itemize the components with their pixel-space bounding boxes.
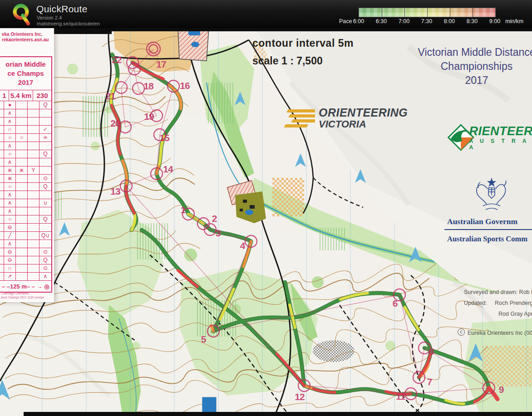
control-desc-row: ж⊙ bbox=[0, 175, 51, 183]
control-desc-cell bbox=[28, 175, 39, 183]
control-desc-row: ∩⊙ bbox=[0, 264, 51, 273]
control-desc-cell bbox=[28, 150, 39, 158]
control-desc-cell: ↗ bbox=[4, 273, 16, 281]
control-desc-cell bbox=[0, 191, 4, 199]
control-desc-cell bbox=[0, 150, 4, 158]
pace-tick: 9:00 bbox=[489, 18, 500, 24]
control-number-7: 7 bbox=[427, 377, 432, 387]
control-desc-cell bbox=[28, 224, 39, 232]
control-number-11: 11 bbox=[396, 391, 405, 402]
control-desc-cell bbox=[28, 183, 39, 191]
control-desc-cell bbox=[39, 117, 51, 126]
control-desc-cell: ∧ bbox=[4, 207, 16, 215]
pace-tick: 6:30 bbox=[376, 18, 387, 24]
control-desc-cell: ∧ bbox=[4, 109, 16, 117]
control-desc-cell: ⊙ bbox=[39, 264, 51, 273]
control-desc-cell: ∧ bbox=[39, 273, 51, 281]
app-title: QuickRoute bbox=[36, 4, 88, 15]
control-desc-row: ⊖ bbox=[0, 224, 51, 232]
title-bar: QuickRoute Version 2.4 matstroeng.se/qui… bbox=[0, 0, 532, 28]
control-desc-cell bbox=[28, 240, 39, 248]
control-desc-row: ○Q bbox=[0, 150, 51, 158]
control-desc-cell: ∧ bbox=[4, 117, 16, 126]
control-number-17: 17 bbox=[156, 59, 166, 70]
control-desc-cell: ∧ bbox=[4, 142, 16, 150]
control-desc-cell: Q bbox=[39, 101, 51, 109]
sheet-org-line1: eka Orienteers Inc. bbox=[2, 32, 54, 37]
control-desc-cell bbox=[16, 199, 28, 207]
control-number-19: 19 bbox=[144, 111, 153, 122]
control-desc-cell bbox=[16, 273, 28, 281]
control-number-18: 18 bbox=[143, 81, 153, 92]
course-number: 1 bbox=[0, 90, 9, 101]
credit-surveyed: Surveyed and drawn: Rob Plowright 19 bbox=[464, 287, 532, 298]
control-desc-cell bbox=[39, 240, 51, 248]
control-desc-cell: Q bbox=[39, 150, 51, 158]
control-desc-cell: ж bbox=[16, 166, 28, 175]
control-desc-cell bbox=[39, 158, 51, 166]
coat-of-arms-icon bbox=[472, 178, 511, 213]
control-desc-cell bbox=[16, 256, 28, 264]
pace-axis: Pace 6:00 6:30 7:00 7:30 8:00 8:30 9:00 … bbox=[0, 18, 532, 25]
control-desc-cell bbox=[28, 142, 39, 150]
control-number-21: 21 bbox=[105, 91, 115, 102]
control-desc-cell: Q∪ bbox=[39, 232, 51, 240]
control-desc-cell: ⊙ bbox=[39, 175, 51, 183]
control-desc-cell: ○ bbox=[4, 134, 16, 142]
control-desc-cell bbox=[0, 264, 4, 273]
control-desc-cell: ∧ bbox=[4, 158, 16, 166]
map-credits: Surveyed and drawn: Rob Plowright 19 Upd… bbox=[464, 287, 532, 308]
control-desc-cell bbox=[0, 199, 4, 207]
control-desc-row: ⊖Q bbox=[0, 256, 51, 264]
control-desc-cell bbox=[16, 191, 28, 199]
control-desc-cell bbox=[16, 142, 28, 150]
control-desc-row: жжY bbox=[0, 166, 51, 175]
control-desc-cell bbox=[28, 158, 39, 166]
control-desc-cell bbox=[39, 142, 51, 150]
control-desc-row: ∧ bbox=[0, 158, 51, 166]
control-desc-cell: ∧ bbox=[4, 191, 16, 199]
control-desc-cell bbox=[16, 126, 28, 134]
control-desc-cell bbox=[16, 101, 28, 109]
control-number-6: 6 bbox=[393, 298, 398, 309]
map-canvas[interactable]: contour interval 5m scale 1 : 7,500 Vict… bbox=[0, 28, 532, 416]
control-desc-row: ●Q bbox=[0, 101, 51, 109]
control-number-12: 12 bbox=[295, 392, 304, 402]
control-description-sheet: eka Orienteers Inc. rekaorienteers.asn.a… bbox=[0, 28, 54, 302]
pace-tick: 6:00 bbox=[353, 18, 364, 24]
sheet-fine-print1: 2 Bendigo Orienteers bbox=[1, 291, 44, 295]
control-desc-cell bbox=[0, 248, 4, 256]
control-desc-cell bbox=[28, 101, 39, 109]
pace-label: Pace bbox=[339, 18, 352, 24]
control-number-8: 8 bbox=[429, 346, 434, 357]
control-desc-row: ∧ bbox=[0, 240, 51, 248]
control-desc-cell bbox=[16, 264, 28, 273]
control-desc-row: ∧ bbox=[0, 142, 51, 150]
control-desc-cell bbox=[39, 207, 51, 215]
control-desc-cell bbox=[0, 109, 4, 117]
control-desc-cell bbox=[16, 109, 28, 117]
control-desc-cell bbox=[0, 134, 4, 142]
pace-tick: 8:00 bbox=[444, 18, 455, 24]
control-number-15: 15 bbox=[159, 132, 169, 143]
control-desc-cell bbox=[28, 248, 39, 256]
control-desc-row: ↗∧ bbox=[0, 273, 51, 281]
pace-tick: 8:30 bbox=[467, 18, 478, 24]
pace-color-scale[interactable] bbox=[359, 8, 496, 17]
control-desc-cell bbox=[39, 224, 51, 232]
control-desc-cell bbox=[28, 215, 39, 224]
control-desc-cell: ╱ bbox=[4, 232, 16, 240]
control-desc-cell: ∧ bbox=[4, 240, 16, 248]
control-desc-cell bbox=[28, 134, 39, 142]
pace-tick: 7:00 bbox=[399, 18, 409, 24]
control-number-14: 14 bbox=[163, 164, 172, 175]
sheet-course-row: 1 5.4 km 230 bbox=[0, 90, 51, 101]
oa-logo-line2: A U S T R A L I A bbox=[469, 138, 532, 151]
control-desc-row: ∧∪ bbox=[0, 199, 51, 207]
control-desc-row: ○Q bbox=[0, 215, 51, 224]
control-desc-row: ⊖⊙ bbox=[0, 248, 51, 256]
course-length: 5.4 km bbox=[9, 90, 33, 101]
control-desc-cell bbox=[0, 215, 4, 224]
control-desc-cell bbox=[0, 175, 4, 183]
event-title: Victorian Middle Distance Championships … bbox=[399, 45, 532, 88]
